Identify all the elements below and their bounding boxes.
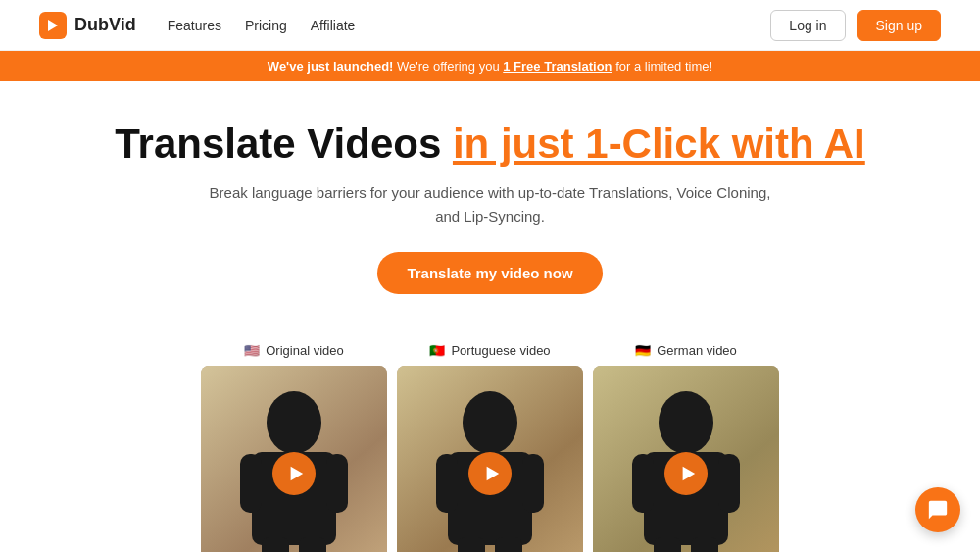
- hero-section: Translate Videos in just 1-Click with AI…: [0, 81, 980, 314]
- svg-point-15: [659, 391, 713, 454]
- logo-svg: [45, 18, 61, 33]
- logo: DubVid: [39, 12, 136, 39]
- play-icon-3: [679, 465, 697, 482]
- nav-right: Log in Sign up: [770, 10, 941, 41]
- video-label-text-original: Original video: [266, 343, 344, 358]
- flag-de: 🇩🇪: [635, 343, 651, 358]
- play-button-portuguese[interactable]: [468, 452, 512, 495]
- nav-affiliate[interactable]: Affiliate: [311, 18, 356, 33]
- video-thumb-portuguese: [397, 366, 583, 552]
- nav-links: Features Pricing Affiliate: [168, 18, 356, 33]
- banner-middle: We're offering you: [397, 59, 503, 74]
- svg-marker-0: [48, 20, 58, 31]
- promo-banner: We've just launched! We're offering you …: [0, 51, 980, 81]
- hero-title-plain: Translate Videos: [115, 121, 453, 167]
- svg-rect-13: [495, 537, 522, 552]
- svg-marker-21: [682, 467, 695, 480]
- svg-rect-3: [240, 454, 262, 513]
- video-col-original: 🇺🇸 Original video: [201, 343, 387, 552]
- svg-marker-7: [290, 467, 303, 480]
- svg-rect-18: [718, 454, 740, 513]
- video-label-text-pt: Portuguese video: [451, 343, 550, 358]
- svg-rect-20: [691, 537, 718, 552]
- signup-button[interactable]: Sign up: [858, 10, 941, 41]
- hero-subtitle: Break language barriers for your audienc…: [20, 181, 960, 228]
- login-button[interactable]: Log in: [770, 10, 845, 41]
- play-button-german[interactable]: [664, 452, 708, 495]
- play-icon-1: [287, 465, 305, 482]
- banner-suffix: for a limited time!: [615, 59, 712, 74]
- videos-section: 🇺🇸 Original video 🇵🇹 Portuguese video: [0, 314, 980, 552]
- video-label-portuguese: 🇵🇹 Portuguese video: [429, 343, 550, 358]
- svg-rect-12: [458, 537, 485, 552]
- logo-icon: [39, 12, 67, 39]
- video-label-german: 🇩🇪 German video: [635, 343, 737, 358]
- hero-title-orange: in just 1-Click with AI: [453, 121, 865, 167]
- chat-icon: [927, 499, 949, 521]
- nav-features[interactable]: Features: [168, 18, 221, 33]
- svg-rect-19: [654, 537, 681, 552]
- video-thumb-german: [593, 366, 779, 552]
- svg-rect-10: [436, 454, 458, 513]
- video-thumb-original: [201, 366, 387, 552]
- video-label-original: 🇺🇸 Original video: [244, 343, 344, 358]
- chat-bubble[interactable]: [915, 487, 960, 532]
- hero-title: Translate Videos in just 1-Click with AI: [20, 121, 960, 168]
- nav-pricing[interactable]: Pricing: [245, 18, 287, 33]
- banner-link[interactable]: 1 Free Translation: [503, 59, 612, 74]
- cta-button[interactable]: Translate my video now: [377, 252, 602, 294]
- svg-marker-14: [486, 467, 499, 480]
- banner-prefix: We've just launched!: [268, 59, 394, 74]
- play-button-original[interactable]: [272, 452, 316, 495]
- svg-rect-11: [522, 454, 544, 513]
- video-col-german: 🇩🇪 German video: [593, 343, 779, 552]
- logo-text: DubVid: [74, 15, 136, 35]
- hero-subtitle-1: Break language barriers for your audienc…: [210, 184, 771, 201]
- flag-pt: 🇵🇹: [429, 343, 445, 358]
- video-label-text-de: German video: [657, 343, 737, 358]
- play-icon-2: [483, 465, 501, 482]
- svg-point-1: [267, 391, 321, 454]
- hero-subtitle-2: and Lip-Syncing.: [435, 208, 545, 225]
- nav-left: DubVid Features Pricing Affiliate: [39, 12, 355, 39]
- svg-rect-17: [632, 454, 654, 513]
- video-col-portuguese: 🇵🇹 Portuguese video: [397, 343, 583, 552]
- navbar: DubVid Features Pricing Affiliate Log in…: [0, 0, 980, 51]
- svg-point-8: [463, 391, 517, 454]
- svg-rect-5: [262, 537, 289, 552]
- svg-rect-6: [299, 537, 326, 552]
- flag-us: 🇺🇸: [244, 343, 260, 358]
- svg-rect-4: [326, 454, 348, 513]
